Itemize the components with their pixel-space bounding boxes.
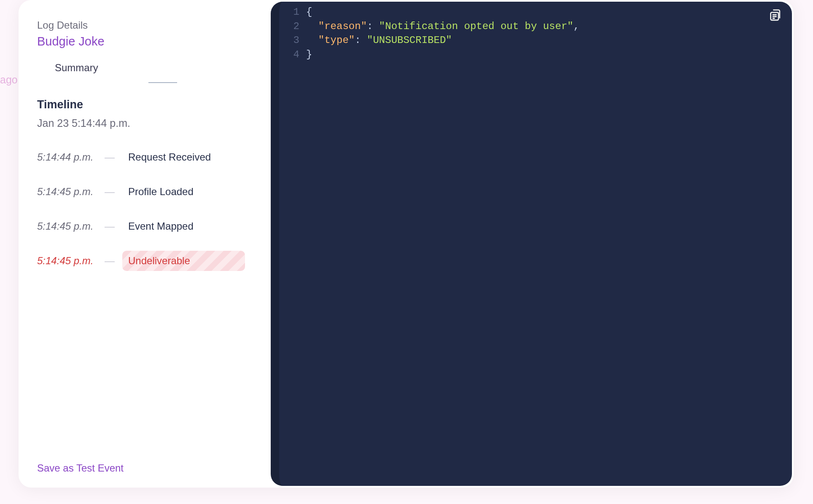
line-number: 3 xyxy=(288,33,299,48)
code-content: "type": "UNSUBSCRIBED" xyxy=(306,33,452,48)
timeline-date: Jan 23 5:14:44 p.m. xyxy=(37,117,252,129)
save-as-test-event-link[interactable]: Save as Test Event xyxy=(37,462,124,474)
code-line: 2 "reason": "Notification opted out by u… xyxy=(288,19,783,34)
timeline-heading: Timeline xyxy=(37,98,252,111)
timeline-event-label: Undeliverable xyxy=(122,251,245,271)
line-number: 1 xyxy=(288,5,299,19)
timeline-time: 5:14:44 p.m. xyxy=(37,151,97,163)
timeline-event-label: Request Received xyxy=(122,147,217,167)
timeline-event-label: Profile Loaded xyxy=(122,182,199,202)
timeline-time: 5:14:45 p.m. xyxy=(37,255,97,267)
event-title: Budgie Joke xyxy=(37,35,252,48)
tab-underline xyxy=(148,82,177,83)
timeline-row[interactable]: 5:14:45 p.m.—Event Mapped xyxy=(37,216,252,236)
code-line: 4} xyxy=(288,48,783,62)
timeline-dash: — xyxy=(105,255,115,267)
left-panel: Log Details Budgie Joke Summary Timeline… xyxy=(19,0,271,488)
timeline-row[interactable]: 5:14:44 p.m.—Request Received xyxy=(37,147,252,167)
log-details-modal: Log Details Budgie Joke Summary Timeline… xyxy=(19,0,794,488)
timeline-dash: — xyxy=(105,186,115,198)
timeline-row[interactable]: 5:14:45 p.m.—Profile Loaded xyxy=(37,182,252,202)
json-panel: 1{2 "reason": "Notification opted out by… xyxy=(271,2,792,486)
timeline-dash: — xyxy=(105,151,115,163)
copy-icon[interactable] xyxy=(768,8,783,22)
timeline-time: 5:14:45 p.m. xyxy=(37,220,97,232)
timeline-list: 5:14:44 p.m.—Request Received5:14:45 p.m… xyxy=(37,147,252,271)
timeline-row[interactable]: 5:14:45 p.m.—Undeliverable xyxy=(37,251,252,271)
code-block: 1{2 "reason": "Notification opted out by… xyxy=(288,5,783,62)
line-number: 4 xyxy=(288,48,299,62)
tab-summary[interactable]: Summary xyxy=(55,62,98,77)
line-number: 2 xyxy=(288,19,299,34)
timeline-dash: — xyxy=(105,220,115,232)
timeline-event-label: Event Mapped xyxy=(122,216,199,236)
code-content: } xyxy=(306,48,312,62)
code-content: "reason": "Notification opted out by use… xyxy=(306,19,579,34)
code-line: 1{ xyxy=(288,5,783,19)
background-partial-text: ago xyxy=(0,74,18,86)
tabs: Summary xyxy=(37,62,252,77)
code-line: 3 "type": "UNSUBSCRIBED" xyxy=(288,33,783,48)
log-details-label: Log Details xyxy=(37,19,252,31)
code-content: { xyxy=(306,5,312,19)
timeline-time: 5:14:45 p.m. xyxy=(37,186,97,198)
